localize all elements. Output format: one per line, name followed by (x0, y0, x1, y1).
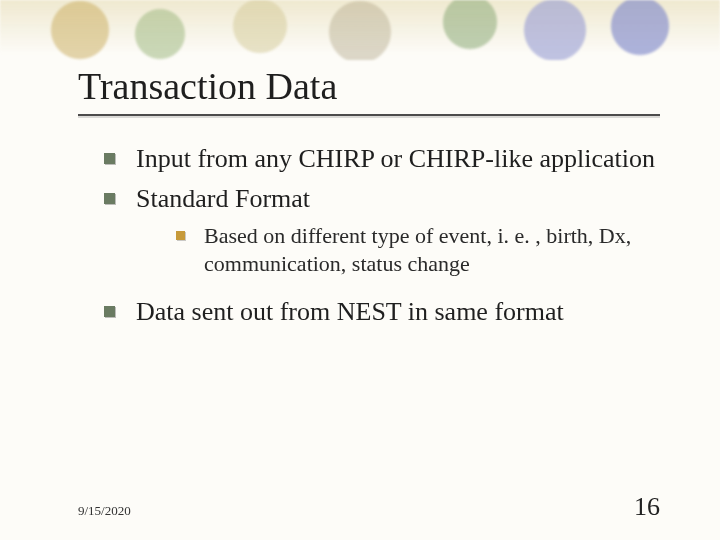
bullet-text: Input from any CHIRP or CHIRP-like appli… (136, 144, 655, 173)
footer-date: 9/15/2020 (78, 503, 131, 519)
bullet-item: Data sent out from NEST in same format (104, 295, 660, 329)
slide: Transaction Data Input from any CHIRP or… (0, 0, 720, 540)
sub-bullet-text: Based on different type of event, i. e. … (204, 223, 631, 277)
bullet-list: Input from any CHIRP or CHIRP-like appli… (78, 142, 660, 329)
bullet-item: Standard Format Based on different type … (104, 182, 660, 289)
slide-footer: 9/15/2020 16 (78, 492, 660, 522)
title-underline (78, 114, 660, 116)
bullet-item: Input from any CHIRP or CHIRP-like appli… (104, 142, 660, 176)
sub-bullet-item: Based on different type of event, i. e. … (176, 222, 660, 279)
slide-title: Transaction Data (78, 64, 660, 108)
footer-page-number: 16 (634, 492, 660, 522)
sub-bullet-list: Based on different type of event, i. e. … (136, 216, 660, 289)
bullet-text: Standard Format (136, 184, 310, 213)
bullet-text: Data sent out from NEST in same format (136, 297, 564, 326)
